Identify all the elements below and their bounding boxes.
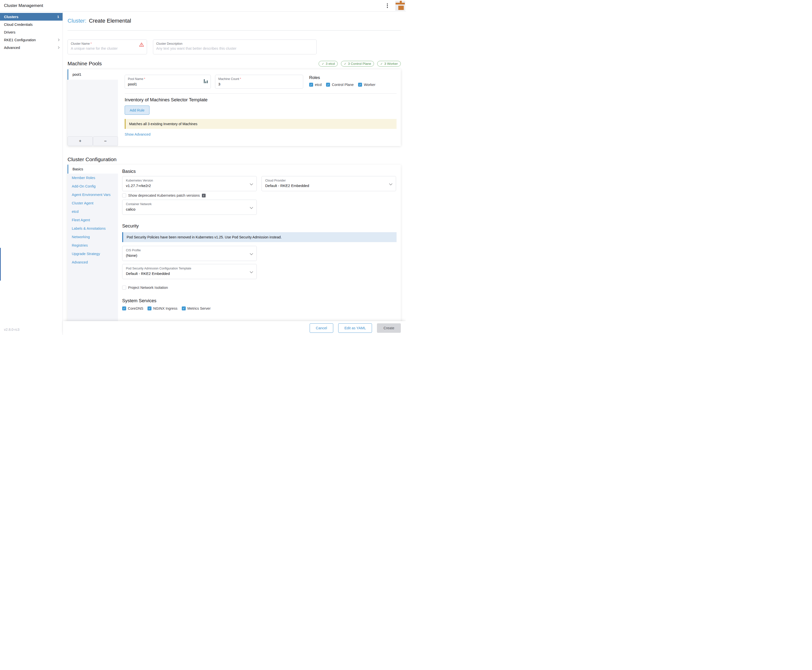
kebab-menu-icon[interactable] bbox=[385, 2, 390, 10]
pool-name-field[interactable]: Pool Name* pool1 bbox=[125, 75, 211, 89]
show-advanced-link[interactable]: Show Advanced bbox=[125, 132, 151, 136]
sidebar-item-advanced[interactable]: Advanced bbox=[0, 44, 63, 51]
create-button[interactable]: Create bbox=[377, 323, 401, 333]
worker-count-badge: 3 Worker bbox=[377, 61, 401, 66]
bars-icon[interactable] bbox=[204, 79, 208, 83]
action-footer: Cancel Edit as YAML Create bbox=[63, 321, 406, 335]
matches-banner: Matches all 3 existing Inventory of Mach… bbox=[125, 119, 397, 129]
nginx-ingress-option: NGINX Ingress bbox=[147, 306, 178, 310]
pool-tab-column: pool1 + − bbox=[68, 69, 118, 146]
sidebar-item-label: Advanced bbox=[4, 46, 20, 50]
cloud-provider-select[interactable]: Cloud Provider Default - RKE2 Embedded bbox=[262, 176, 396, 191]
selector-template-heading: Inventory of Machines Selector Template bbox=[125, 97, 397, 103]
sidebar-item-label: Cloud Credentials bbox=[4, 23, 32, 27]
role-etcd-option: etcd bbox=[309, 83, 321, 87]
config-tab-fleet-agent[interactable]: Fleet Agent bbox=[68, 216, 118, 224]
add-pool-button[interactable]: + bbox=[68, 136, 93, 146]
main-panel: Cluster: Create Elemental Cluster Name* bbox=[63, 12, 406, 335]
sidebar-item-label: RKE1 Configuration bbox=[4, 38, 36, 42]
sidebar-item-clusters[interactable]: Clusters 1 bbox=[0, 13, 63, 20]
page-title-action: Create Elemental bbox=[89, 18, 131, 24]
psp-removed-banner: Pod Security Policies have been removed … bbox=[122, 232, 397, 242]
sidebar: Clusters 1 Cloud Credentials Drivers RKE… bbox=[0, 12, 63, 335]
error-warning-icon bbox=[139, 42, 144, 48]
project-network-isolation-checkbox[interactable] bbox=[122, 286, 126, 289]
security-heading: Security bbox=[122, 223, 397, 229]
cancel-button[interactable]: Cancel bbox=[310, 323, 333, 333]
machine-count-label: Machine Count* bbox=[218, 77, 300, 81]
sidebar-item-drivers[interactable]: Drivers bbox=[0, 28, 63, 36]
cluster-configuration-heading: Cluster Configuration bbox=[68, 156, 401, 162]
config-tab-member-roles[interactable]: Member Roles bbox=[68, 174, 118, 182]
config-tab-labels-annotations[interactable]: Labels & Annotations bbox=[68, 224, 118, 233]
page-title: Cluster: Create Elemental bbox=[68, 18, 401, 25]
config-tab-registries[interactable]: Registries bbox=[68, 241, 118, 250]
role-worker-option: Worker bbox=[358, 83, 375, 87]
pool-divider bbox=[125, 93, 397, 94]
show-deprecated-label: Show deprecated Kubernetes patch version… bbox=[128, 193, 200, 198]
sidebar-item-label: Clusters bbox=[4, 15, 19, 19]
info-icon[interactable]: i bbox=[202, 194, 206, 198]
etcd-count-badge: 3 etcd bbox=[319, 61, 338, 66]
avatar-pattern bbox=[398, 6, 404, 10]
metrics-server-checkbox[interactable] bbox=[182, 306, 186, 310]
metrics-server-option: Metrics Server bbox=[182, 306, 211, 310]
pool-tab-pool1[interactable]: pool1 bbox=[68, 69, 118, 80]
remove-pool-button[interactable]: − bbox=[93, 136, 118, 146]
top-header: Cluster Management bbox=[0, 0, 406, 12]
check-icon bbox=[321, 62, 324, 66]
config-nav: Basics Member Roles Add-On Config Agent … bbox=[68, 165, 118, 321]
system-services-heading: System Services bbox=[122, 298, 397, 303]
coredns-option: CoreDNS bbox=[122, 306, 143, 310]
sidebar-item-label: Drivers bbox=[4, 30, 15, 34]
check-icon bbox=[344, 62, 347, 66]
container-network-select[interactable]: Container Network calico bbox=[122, 200, 257, 215]
control-plane-count-badge: 3 Control Plane bbox=[341, 61, 374, 66]
edit-as-yaml-button[interactable]: Edit as YAML bbox=[338, 323, 372, 333]
config-tab-cluster-agent[interactable]: Cluster Agent bbox=[68, 199, 118, 207]
psa-template-select[interactable]: Pod Security Admission Configuration Tem… bbox=[122, 264, 257, 279]
cluster-description-field[interactable]: Cluster Description bbox=[153, 39, 316, 54]
header-title: Cluster Management bbox=[0, 3, 43, 8]
etcd-checkbox[interactable] bbox=[309, 83, 313, 87]
kubernetes-version-select[interactable]: Kubernetes Version v1.27.7+rke2r2 bbox=[122, 176, 257, 191]
clusters-count-badge: 1 bbox=[57, 15, 59, 19]
project-network-isolation-label: Project Network Isolation bbox=[128, 286, 168, 289]
cluster-name-label: Cluster Name* bbox=[71, 42, 144, 46]
nginx-ingress-checkbox[interactable] bbox=[147, 306, 151, 310]
machine-count-value[interactable]: 3 bbox=[218, 82, 300, 86]
page-title-type: Cluster: bbox=[68, 18, 86, 24]
basics-heading: Basics bbox=[122, 169, 397, 174]
config-tab-upgrade-strategy[interactable]: Upgrade Strategy bbox=[68, 250, 118, 258]
show-deprecated-checkbox[interactable] bbox=[122, 193, 126, 198]
title-divider bbox=[68, 30, 401, 30]
worker-checkbox[interactable] bbox=[358, 83, 362, 87]
machine-count-field[interactable]: Machine Count* 3 bbox=[215, 75, 303, 89]
cis-profile-select[interactable]: CIS Profile (None) bbox=[122, 246, 257, 261]
avatar-pattern bbox=[396, 3, 405, 5]
pool-tab-filler bbox=[68, 80, 118, 136]
cluster-description-label: Cluster Description bbox=[156, 42, 313, 46]
config-tab-etcd[interactable]: etcd bbox=[68, 207, 118, 216]
left-scroll-indicator[interactable] bbox=[0, 248, 1, 281]
config-tab-advanced[interactable]: Advanced bbox=[68, 258, 118, 266]
app-window: Cluster Management Clusters 1 Cloud Cred… bbox=[0, 0, 406, 335]
config-tab-agent-environment-vars[interactable]: Agent Environment Vars bbox=[68, 191, 118, 199]
machine-pool-panel: pool1 + − Pool Name* bbox=[68, 69, 401, 146]
sidebar-item-cloud-credentials[interactable]: Cloud Credentials bbox=[0, 20, 63, 28]
version-label: v2.8.0-rc3 bbox=[4, 328, 19, 332]
config-tab-basics[interactable]: Basics bbox=[68, 165, 118, 174]
config-tab-add-on-config[interactable]: Add-On Config bbox=[68, 182, 118, 191]
cluster-description-input[interactable] bbox=[156, 46, 290, 51]
chevron-right-icon bbox=[57, 46, 59, 49]
cluster-name-field[interactable]: Cluster Name* bbox=[68, 39, 147, 54]
cluster-name-input[interactable] bbox=[71, 46, 133, 51]
add-rule-button[interactable]: Add Rule bbox=[125, 105, 149, 115]
user-avatar[interactable] bbox=[395, 1, 405, 11]
check-icon bbox=[380, 62, 383, 66]
pool-name-value[interactable]: pool1 bbox=[128, 82, 208, 86]
config-tab-networking[interactable]: Networking bbox=[68, 233, 118, 241]
control-plane-checkbox[interactable] bbox=[326, 83, 330, 87]
sidebar-item-rke1-configuration[interactable]: RKE1 Configuration bbox=[0, 36, 63, 44]
coredns-checkbox[interactable] bbox=[122, 306, 126, 310]
